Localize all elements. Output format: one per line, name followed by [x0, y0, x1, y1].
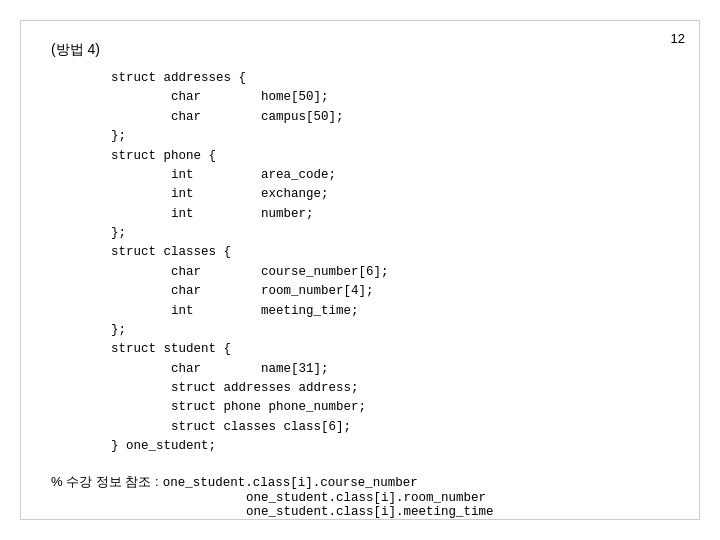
code-line: } one_student;: [111, 437, 669, 456]
code-line: };: [111, 224, 669, 243]
code-text: char room_number[4];: [111, 282, 374, 301]
code-text: };: [111, 224, 126, 243]
code-line: struct student {: [111, 340, 669, 359]
code-line: int meeting_time;: [111, 302, 669, 321]
comment-code-line-3: one_student.class[i].meeting_time: [246, 505, 494, 519]
code-line: struct addresses address;: [111, 379, 669, 398]
code-line: struct classes class[6];: [111, 418, 669, 437]
code-text: struct phone {: [111, 147, 216, 166]
code-block: struct addresses { char home[50]; char c…: [111, 69, 669, 457]
comment-code-line-2: one_student.class[i].room_number: [246, 491, 486, 505]
code-text: struct classes class[6];: [111, 418, 351, 437]
code-text: char campus[50];: [111, 108, 344, 127]
comment-first-line: % 수강 정보 참조 : one_student.class[i].course…: [51, 473, 669, 491]
code-text: int area_code;: [111, 166, 336, 185]
slide-border: 12 (방법 4) struct addresses { char home[5…: [20, 20, 700, 520]
comment-code-line-1: one_student.class[i].course_number: [163, 476, 418, 490]
code-text: int number;: [111, 205, 314, 224]
code-line: char course_number[6];: [111, 263, 669, 282]
code-text: };: [111, 321, 126, 340]
code-line: char name[31];: [111, 360, 669, 379]
code-text: char home[50];: [111, 88, 329, 107]
code-line: struct phone {: [111, 147, 669, 166]
comment-label: % 수강 정보 참조 :: [51, 473, 159, 491]
code-text: };: [111, 127, 126, 146]
code-line: int area_code;: [111, 166, 669, 185]
code-text: char course_number[6];: [111, 263, 389, 282]
code-text: struct addresses address;: [111, 379, 359, 398]
code-line: struct addresses {: [111, 69, 669, 88]
code-line: int number;: [111, 205, 669, 224]
code-line: char campus[50];: [111, 108, 669, 127]
code-text: struct phone phone_number;: [111, 398, 366, 417]
comment-third-line: one_student.class[i].meeting_time: [246, 505, 669, 519]
code-line: struct classes {: [111, 243, 669, 262]
code-line: int exchange;: [111, 185, 669, 204]
page: 12 (방법 4) struct addresses { char home[5…: [0, 0, 720, 540]
code-line: char home[50];: [111, 88, 669, 107]
comment-section: % 수강 정보 참조 : one_student.class[i].course…: [51, 473, 669, 519]
code-text: int exchange;: [111, 185, 329, 204]
comment-second-line: one_student.class[i].room_number: [246, 491, 669, 505]
code-line: };: [111, 127, 669, 146]
page-number: 12: [671, 31, 685, 46]
code-text: struct classes {: [111, 243, 231, 262]
code-text: char name[31];: [111, 360, 329, 379]
method-label: (방법 4): [51, 41, 669, 59]
code-text: } one_student;: [111, 437, 216, 456]
code-text: struct student {: [111, 340, 231, 359]
code-text: int meeting_time;: [111, 302, 359, 321]
code-line: struct phone phone_number;: [111, 398, 669, 417]
code-text: struct addresses {: [111, 69, 246, 88]
code-line: char room_number[4];: [111, 282, 669, 301]
code-line: };: [111, 321, 669, 340]
